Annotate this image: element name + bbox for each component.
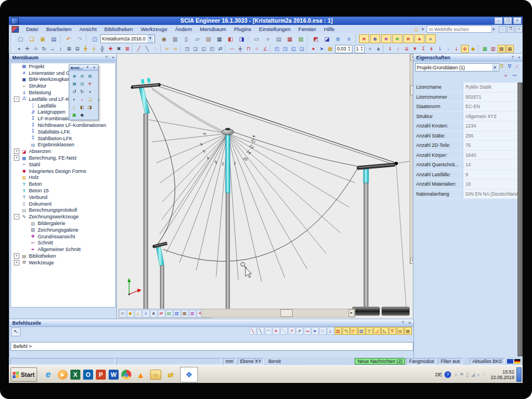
- status-filter[interactable]: Filter aus: [438, 358, 463, 365]
- tree-expand-icon[interactable]: [23, 247, 28, 252]
- tree-expand-icon[interactable]: +: [14, 260, 19, 265]
- start-button[interactable]: Start: [11, 367, 37, 382]
- view-folder-icon[interactable]: ❏: [86, 96, 93, 103]
- show-surface-icon[interactable]: ◨: [86, 104, 93, 110]
- search-icon[interactable]: ○: [263, 34, 273, 43]
- close-icon[interactable]: ×: [91, 65, 97, 70]
- add-node-icon[interactable]: ✛: [24, 45, 32, 53]
- menu-hilfe[interactable]: Hilfe: [320, 26, 339, 32]
- zoom-window-icon[interactable]: ⊞: [86, 73, 93, 79]
- draw-line-icon[interactable]: ╲: [249, 327, 257, 335]
- mdi-minimize-button[interactable]: –: [499, 26, 506, 33]
- taskbar-files-icon[interactable]: ▭: [150, 370, 161, 380]
- layer-icon[interactable]: ▩: [326, 45, 334, 53]
- multicopy-icon[interactable]: ◳: [183, 45, 191, 53]
- menu-werkzeuge[interactable]: Werkzeuge: [137, 26, 171, 32]
- left-mast[interactable]: [131, 78, 161, 311]
- status-messages[interactable]: Neue Nachrichten (2): [355, 358, 405, 365]
- view-preset-2-icon[interactable]: B: [370, 34, 380, 43]
- mdi-close-button[interactable]: ×: [515, 26, 523, 33]
- menu-einstellungen[interactable]: Einstellungen: [255, 26, 294, 32]
- tree-expand-icon[interactable]: −: [14, 96, 19, 102]
- select-line-icon[interactable]: ╱: [135, 45, 143, 53]
- lower-left-mast[interactable]: [152, 242, 167, 311]
- tree-zeichnungsgalerie[interactable]: ▨ Zeichnungsgalerie: [11, 227, 115, 233]
- menu-bibliotheken[interactable]: Bibliotheken: [100, 26, 137, 32]
- vector-icon[interactable]: ↗: [288, 327, 295, 335]
- close-icon[interactable]: ×: [110, 55, 116, 60]
- export-icon[interactable]: ▱: [192, 34, 202, 43]
- tray-device-icon[interactable]: ▯: [466, 372, 469, 377]
- restore-button[interactable]: ❐: [504, 17, 512, 24]
- layer2-icon[interactable]: ▩: [506, 45, 514, 53]
- tree-expand-icon[interactable]: [14, 207, 19, 213]
- tree-lastfaelle-lfk[interactable]: − ⁂ Lastfälle und LF-Kombinationen: [11, 96, 115, 103]
- menu-plugins[interactable]: Plugins: [230, 26, 255, 32]
- taskbar-word-icon[interactable]: W: [109, 370, 119, 380]
- support-icon[interactable]: ⇂: [436, 45, 444, 53]
- tree-belastung[interactable]: ⇓ Belastung: [11, 89, 115, 96]
- menu-fenster[interactable]: Fenster: [294, 26, 320, 32]
- tree-zeichnungswerkzeuge[interactable]: − ✎ Zeichnungswerkzeuge: [11, 213, 115, 220]
- wireframe-icon[interactable]: ◇: [119, 310, 126, 318]
- tree-verbund[interactable]: T Verbund: [11, 194, 115, 201]
- tree-beton[interactable]: T Beton: [11, 181, 115, 187]
- draw-doubleline-icon[interactable]: ╪: [237, 45, 244, 53]
- menu-aendern[interactable]: Ändern: [171, 26, 196, 32]
- tray-flag-icon[interactable]: ⚑: [459, 372, 464, 377]
- join-icon[interactable]: ⊟: [74, 45, 81, 53]
- tree-expand-icon[interactable]: [23, 129, 28, 135]
- spin-view-icon[interactable]: ↻: [79, 88, 85, 95]
- load-arrow-icon[interactable]: ◆: [469, 45, 477, 53]
- tree-bildergalerie[interactable]: ▧ Bildergalerie: [11, 220, 115, 227]
- view-preset-7-icon[interactable]: A: [426, 34, 436, 43]
- feedback-smiley-icon[interactable]: ☺: [413, 26, 420, 33]
- tree-expand-icon[interactable]: [14, 188, 19, 193]
- light-icon[interactable]: ☼: [71, 104, 78, 110]
- status-snap-mode[interactable]: Fangmodus: [406, 358, 437, 365]
- draw-polyline-icon[interactable]: ╲: [257, 327, 264, 335]
- tree-design-forms[interactable]: ◆ Integriertes Design Forms: [11, 168, 115, 175]
- view-preset-5-icon[interactable]: R: [403, 34, 413, 43]
- tree-expand-icon[interactable]: [14, 90, 19, 95]
- tree-expand-icon[interactable]: [23, 227, 28, 233]
- tree-expand-icon[interactable]: −: [14, 214, 19, 219]
- status-plane[interactable]: Ebene XY: [237, 358, 264, 365]
- link-blue-icon[interactable]: ◨: [237, 34, 247, 43]
- eigenschaften-header[interactable]: Eigenschaften ⊤ ×: [413, 54, 523, 62]
- view-preset-3-icon[interactable]: R: [381, 34, 391, 43]
- show-loads-icon[interactable]: ⇓: [142, 310, 150, 318]
- snap-center-icon[interactable]: ▽: [366, 327, 373, 335]
- taskbar-clock[interactable]: 15:52 22.06.2019: [490, 369, 514, 380]
- colors-icon[interactable]: ▣: [71, 111, 78, 118]
- tree-stahl[interactable]: ⌐ Stahl: [11, 161, 115, 168]
- chevron-down-icon[interactable]: ▼: [492, 64, 498, 71]
- search-dropdown-icon[interactable]: ▼: [492, 28, 495, 31]
- mirror-copy-icon[interactable]: ◱: [200, 45, 208, 53]
- storey2-icon[interactable]: ≡: [344, 34, 354, 43]
- moment-load-icon[interactable]: ↧: [420, 45, 427, 53]
- tree-ergebnisklassen[interactable]: ▤ Ergebnisklassen: [11, 142, 115, 149]
- calc-blue-icon[interactable]: ◪: [322, 34, 332, 43]
- property-row[interactable]: Anzahl Querschnit... 14: [415, 160, 518, 170]
- tree-stabilitaets-lfk[interactable]: ⁑ Stabilitäts-LFK: [11, 129, 115, 135]
- document-icon[interactable]: ▯: [181, 34, 191, 43]
- calc-red-icon[interactable]: ◩: [311, 34, 321, 43]
- project-selector-combo[interactable]: Kristalturm2a 2016.0 ▼: [100, 34, 155, 43]
- tray-volume-icon[interactable]: ♪: [477, 372, 480, 377]
- print-data-icon[interactable]: ▥: [170, 34, 180, 43]
- taskbar-mediaplayer-icon[interactable]: ▶: [58, 370, 68, 380]
- break-icon[interactable]: ╋: [82, 45, 90, 53]
- close-project-icon[interactable]: ▣: [38, 34, 48, 43]
- tree-expand-icon[interactable]: [14, 175, 19, 180]
- tree-werkzeuge[interactable]: + ⚙ Werkzeuge: [11, 259, 115, 266]
- send-action-icon[interactable]: ⇨: [511, 72, 518, 79]
- save-icon[interactable]: ▤: [49, 34, 59, 43]
- layer-manager-icon[interactable]: ▩: [498, 45, 505, 53]
- model-viewport[interactable]: 5434321151413124 ▲ ▼ ◇◆△⇓A⇄▤▧▦▥✛ ◀ ▶: [116, 53, 414, 320]
- tree-linienraster[interactable]: # Linienraster und Geschosse: [11, 70, 115, 76]
- move-node-icon[interactable]: ⌖: [16, 45, 23, 53]
- cursor-snap-icon[interactable]: ➤: [311, 327, 319, 335]
- pointer-icon[interactable]: ➤: [318, 45, 326, 53]
- tree-expand-icon[interactable]: [14, 195, 19, 200]
